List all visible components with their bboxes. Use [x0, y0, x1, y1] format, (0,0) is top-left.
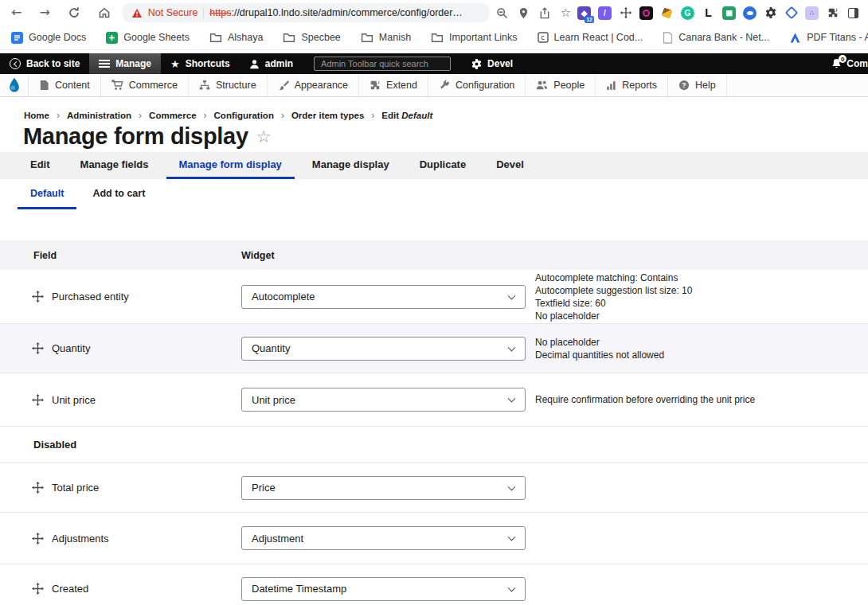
- url-divider: [203, 7, 204, 18]
- forward-icon[interactable]: →: [39, 6, 49, 19]
- snippet-extension-icon[interactable]: ∴: [805, 6, 819, 20]
- address-bar[interactable]: Not Secure https://drupal10.lndo.site/ad…: [122, 3, 490, 22]
- eye-extension-icon[interactable]: [743, 6, 757, 20]
- location-pin-icon[interactable]: [518, 7, 529, 19]
- back-to-site-icon: [10, 58, 21, 69]
- drag-handle-icon[interactable]: [32, 291, 44, 302]
- google-docs-icon: [11, 32, 23, 44]
- widget-select[interactable]: Datetime Timestamp: [241, 577, 526, 601]
- menu-item-structure[interactable]: Structure: [189, 74, 268, 96]
- admin-quick-search-input[interactable]: [314, 57, 451, 71]
- drag-handle-icon[interactable]: [32, 394, 44, 406]
- move-tool-extension-icon[interactable]: [619, 6, 632, 20]
- omnibox-action-icons: ☆: [496, 7, 571, 19]
- folder-icon: [431, 33, 444, 43]
- widget-select[interactable]: Adjustment: [241, 526, 526, 550]
- broom-extension-icon[interactable]: [660, 6, 674, 20]
- camera-extension-icon[interactable]: [639, 6, 653, 20]
- bookmark-google-sheets[interactable]: Google Sheets: [106, 32, 190, 44]
- bookmark-folder-manish[interactable]: Manish: [361, 32, 411, 43]
- menu-item-reports[interactable]: Reports: [596, 74, 668, 96]
- bookmark-canara-bank[interactable]: Canara Bank - Net...: [663, 32, 769, 44]
- drag-handle-icon[interactable]: [32, 583, 44, 595]
- subtab-default[interactable]: Default: [18, 179, 76, 209]
- chevron-down-icon: [508, 291, 516, 299]
- url-text[interactable]: https://drupal10.lndo.site/admin/commerc…: [209, 7, 463, 18]
- slash-extension-icon[interactable]: /: [598, 6, 612, 20]
- field-label: Quantity: [52, 342, 90, 354]
- user-icon: [249, 59, 260, 69]
- folder-icon: [361, 33, 373, 43]
- share-icon[interactable]: [539, 7, 550, 19]
- breadcrumb-home[interactable]: Home: [24, 111, 49, 120]
- table-row: Unit price Unit price Require confirmati…: [0, 373, 868, 427]
- tab-duplicate[interactable]: Duplicate: [407, 152, 479, 179]
- grammarly-extension-icon[interactable]: G: [681, 6, 694, 20]
- breadcrumb-administration[interactable]: Administration: [49, 110, 131, 121]
- home-icon[interactable]: [98, 6, 111, 19]
- menu-item-appearance[interactable]: Appearance: [268, 74, 359, 96]
- gear-extension-icon[interactable]: [764, 6, 777, 20]
- hexagon-extension-icon[interactable]: [784, 6, 798, 20]
- reload-icon[interactable]: [68, 6, 80, 19]
- admin-toolbar: Back to site Manage ★ Shortcuts admin De…: [0, 53, 868, 74]
- toolbar-notifications[interactable]: 0 Com: [831, 58, 868, 69]
- breadcrumb-configuration[interactable]: Configuration: [197, 110, 274, 121]
- column-header-field: Field: [33, 250, 241, 261]
- bar-chart-icon: [606, 80, 616, 91]
- widget-select[interactable]: Unit price: [241, 388, 526, 412]
- widget-summary: Require confirmation before overriding t…: [535, 393, 755, 406]
- widget-select[interactable]: Autocomplete: [241, 285, 526, 309]
- subtab-add-to-cart[interactable]: Add to cart: [80, 179, 158, 209]
- tab-manage-fields[interactable]: Manage fields: [68, 152, 162, 179]
- menu-item-configuration[interactable]: Configuration: [428, 74, 526, 96]
- drag-handle-icon[interactable]: [32, 533, 44, 544]
- menu-item-extend[interactable]: Extend: [359, 74, 428, 96]
- browser-chrome: ← → Not Secure https://drupal10.lndo.sit…: [0, 0, 868, 25]
- green-app-extension-icon[interactable]: ▦: [722, 6, 736, 20]
- calendar-extension-icon[interactable]: ◆12: [577, 6, 591, 20]
- cart-icon: [111, 80, 123, 91]
- tab-manage-display[interactable]: Manage display: [299, 152, 402, 179]
- widget-select[interactable]: Price: [241, 476, 526, 500]
- letter-l-extension-icon[interactable]: L: [702, 6, 715, 20]
- user-menu-button[interactable]: admin: [240, 53, 303, 74]
- breadcrumb-current[interactable]: Edit Default: [364, 110, 432, 121]
- menu-item-content[interactable]: Content: [29, 74, 101, 96]
- bookmark-learn-react[interactable]: c Learn React | Cod...: [538, 32, 643, 43]
- breadcrumb-commerce[interactable]: Commerce: [131, 110, 196, 121]
- menu-item-commerce[interactable]: Commerce: [101, 74, 189, 96]
- field-label: Total price: [52, 482, 99, 494]
- drag-handle-icon[interactable]: [32, 482, 44, 494]
- shortcuts-button[interactable]: ★ Shortcuts: [161, 53, 240, 74]
- bookmark-folder-specbee[interactable]: Specbee: [283, 32, 340, 43]
- bookmark-pdf-titans[interactable]: PDF Titans - Agile...: [789, 32, 868, 43]
- zoom-icon[interactable]: [496, 7, 508, 19]
- drupal-logo[interactable]: [0, 74, 29, 96]
- menu-item-help[interactable]: ? Help: [668, 74, 727, 96]
- bookmark-folder-important-links[interactable]: Important Links: [431, 32, 517, 43]
- widget-select[interactable]: Quantity: [241, 337, 526, 361]
- content-icon: [39, 80, 49, 91]
- menu-item-people[interactable]: People: [526, 74, 596, 96]
- devel-button[interactable]: Devel: [462, 53, 522, 74]
- bookmark-star-icon[interactable]: ☆: [561, 7, 571, 19]
- bookmark-folder-alshaya[interactable]: Alshaya: [209, 32, 263, 43]
- back-to-site-button[interactable]: Back to site: [0, 53, 89, 74]
- bookmark-google-docs[interactable]: Google Docs: [11, 32, 86, 44]
- tab-manage-form-display[interactable]: Manage form display: [166, 152, 295, 179]
- side-panel-icon[interactable]: [846, 6, 860, 20]
- chevron-down-icon: [508, 395, 516, 403]
- drag-handle-icon[interactable]: [32, 342, 44, 354]
- manage-menu-button[interactable]: Manage: [89, 53, 161, 74]
- back-icon[interactable]: ←: [11, 6, 22, 19]
- field-label: Created: [52, 583, 88, 595]
- breadcrumb-order-item-types[interactable]: Order item types: [274, 110, 364, 121]
- extensions-puzzle-icon[interactable]: [826, 6, 839, 20]
- tab-edit[interactable]: Edit: [18, 152, 63, 179]
- field-label: Adjustments: [52, 533, 109, 544]
- not-secure-warning-icon[interactable]: [131, 8, 143, 18]
- primary-tabs: Edit Manage fields Manage form display M…: [0, 152, 868, 179]
- tab-devel[interactable]: Devel: [483, 152, 537, 179]
- favorite-star-icon[interactable]: ☆: [256, 127, 272, 146]
